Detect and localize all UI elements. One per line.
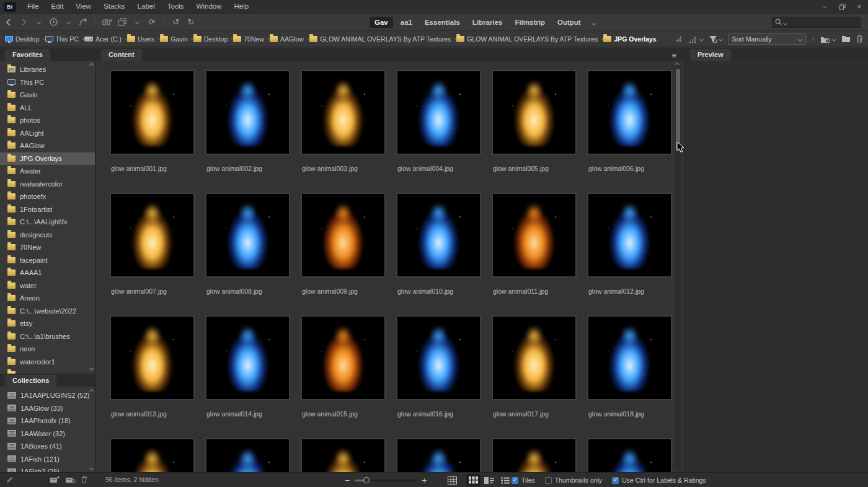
workspace-tab[interactable]: Filmstrip <box>510 17 550 28</box>
sidebar-item[interactable]: neon <box>0 343 95 356</box>
thumbnail-image[interactable] <box>301 70 386 155</box>
menu-item[interactable]: File <box>21 0 45 13</box>
rotate-right-icon[interactable]: ↻ <box>185 16 197 29</box>
file-tile[interactable]: glow animal007.jpg <box>105 193 200 295</box>
workspace-tab[interactable]: aa1 <box>396 17 417 28</box>
thumbnail-image[interactable] <box>587 438 672 472</box>
thumbnail-view-icon[interactable] <box>466 474 480 486</box>
sort-ascending-icon[interactable]: ↑ <box>812 35 815 43</box>
nav-dropdown-icon[interactable] <box>32 16 45 29</box>
new-smart-collection-icon[interactable] <box>65 476 76 485</box>
sidebar-item[interactable]: facepaint <box>0 254 95 267</box>
file-tile[interactable]: glow animal001.jpg <box>105 70 200 172</box>
thumbnail-image[interactable] <box>492 438 577 472</box>
thumbnail-image[interactable] <box>587 70 672 155</box>
file-tile[interactable] <box>105 438 200 472</box>
thumbnail-image[interactable] <box>492 70 577 155</box>
sidebar-item[interactable]: photos <box>0 114 95 127</box>
collection-item[interactable]: 1AAPhotofx (18) <box>0 415 95 428</box>
breadcrumb-item[interactable]: AAGlow › <box>270 35 309 43</box>
sidebar-item[interactable]: C:\...\website\2022 <box>0 305 95 318</box>
workspace-tab[interactable]: Libraries <box>467 17 508 28</box>
sidebar-item[interactable]: realwatercolor <box>0 178 95 191</box>
edit-collection-icon[interactable] <box>6 476 13 485</box>
thumbnail-image[interactable] <box>396 438 481 472</box>
sidebar-item[interactable]: water <box>0 279 95 292</box>
rating-filter-large-icon[interactable] <box>689 35 703 43</box>
breadcrumb-item[interactable]: Acer (C:) › <box>84 35 127 43</box>
back-icon[interactable] <box>2 16 15 29</box>
new-folder-icon[interactable] <box>841 35 851 43</box>
search-scope-icon[interactable] <box>784 19 787 26</box>
detail-view-icon[interactable] <box>482 474 496 486</box>
sidebar-item[interactable] <box>0 368 95 374</box>
file-tile[interactable]: glow animal015.jpg <box>296 315 391 418</box>
menu-item[interactable]: Window <box>190 0 228 13</box>
scrollbar-thumb[interactable] <box>676 69 680 151</box>
file-tile[interactable]: glow animal017.jpg <box>487 315 582 418</box>
workspace-tab[interactable]: Essentials <box>420 17 465 28</box>
boomerang-icon[interactable] <box>77 16 89 29</box>
thumbnail-image[interactable] <box>205 315 290 400</box>
delete-collection-icon[interactable] <box>81 476 87 485</box>
file-tile[interactable]: glow animal012.jpg <box>582 193 678 295</box>
grid-lock-view-icon[interactable] <box>445 474 459 486</box>
sidebar-item[interactable]: JPG Overlays <box>0 152 95 165</box>
zoom-slider-knob[interactable] <box>363 477 370 483</box>
file-tile[interactable]: glow animal016.jpg <box>391 315 487 418</box>
thumbnail-image[interactable] <box>301 438 386 472</box>
file-tile[interactable]: glow animal018.jpg <box>582 315 678 418</box>
thumbnail-image[interactable] <box>205 70 290 155</box>
file-tile[interactable]: glow animal002.jpg <box>200 70 296 172</box>
breadcrumb-item[interactable]: Users › <box>127 35 160 43</box>
import-from-device-icon[interactable] <box>820 35 836 43</box>
sidebar-item[interactable]: ALL <box>0 102 95 115</box>
menu-item[interactable]: Stacks <box>97 0 131 13</box>
thumbnail-image[interactable] <box>587 315 672 400</box>
scroll-up-icon[interactable] <box>675 63 680 67</box>
tab-collections[interactable]: Collections <box>5 375 56 387</box>
panel-menu-icon[interactable]: ≡ <box>671 53 676 59</box>
zoom-slider-track[interactable] <box>355 480 417 481</box>
content-scrollbar[interactable] <box>675 63 681 470</box>
menu-item[interactable]: Edit <box>45 0 70 13</box>
file-tile[interactable] <box>200 438 296 472</box>
workspace-more-icon[interactable] <box>592 19 595 26</box>
thumbnail-image[interactable] <box>205 438 290 472</box>
thumbnail-image[interactable] <box>396 193 481 278</box>
search-input[interactable] <box>789 19 857 26</box>
thumbnail-image[interactable] <box>396 70 481 155</box>
file-tile[interactable]: glow animal003.jpg <box>296 70 391 172</box>
file-tile[interactable] <box>296 438 391 472</box>
thumbnail-image[interactable] <box>110 315 195 400</box>
thumbnail-image[interactable] <box>110 193 195 278</box>
file-tile[interactable] <box>582 438 678 472</box>
zoom-out-icon[interactable]: − <box>345 475 350 485</box>
file-tile[interactable]: glow animal009.jpg <box>296 193 391 295</box>
sidebar-item[interactable]: C:\...\a1\brushes <box>0 330 95 343</box>
sidebar-item[interactable]: 70New <box>0 241 95 254</box>
sidebar-item[interactable]: Awater <box>0 165 95 178</box>
collection-item[interactable]: 1AAWater (32) <box>0 428 95 441</box>
view-option-checkbox[interactable]: Tiles <box>512 476 535 484</box>
sidebar-item[interactable]: Gavin <box>0 89 95 102</box>
breadcrumb-item[interactable]: Gavin › <box>160 35 193 43</box>
collection-item[interactable]: 1AFish2 (25) <box>0 465 95 472</box>
file-tile[interactable]: glow animal014.jpg <box>200 315 296 418</box>
view-option-checkbox[interactable]: Thumbnails only <box>545 476 602 484</box>
collection-item[interactable]: 1AFish (121) <box>0 453 95 466</box>
zoom-in-icon[interactable]: + <box>422 475 427 485</box>
checkbox-icon[interactable] <box>612 477 619 484</box>
thumbnail-image[interactable] <box>110 438 195 472</box>
place-dropdown-icon[interactable] <box>131 16 143 29</box>
rating-filter-small-icon[interactable] <box>676 35 683 43</box>
breadcrumb-item[interactable]: Desktop › <box>193 35 234 43</box>
filter-funnel-icon[interactable] <box>709 35 722 43</box>
menu-item[interactable]: View <box>69 0 97 13</box>
file-tile[interactable]: glow animal004.jpg <box>391 70 487 172</box>
sidebar-item[interactable]: AALight <box>0 127 95 140</box>
breadcrumb-item[interactable]: This PC › <box>45 35 84 43</box>
tab-favorites[interactable]: Favorites <box>5 49 50 61</box>
file-tile[interactable]: glow animal010.jpg <box>391 193 487 295</box>
view-option-checkbox[interactable]: Use Ctrl for Labels & Ratings <box>612 476 706 484</box>
